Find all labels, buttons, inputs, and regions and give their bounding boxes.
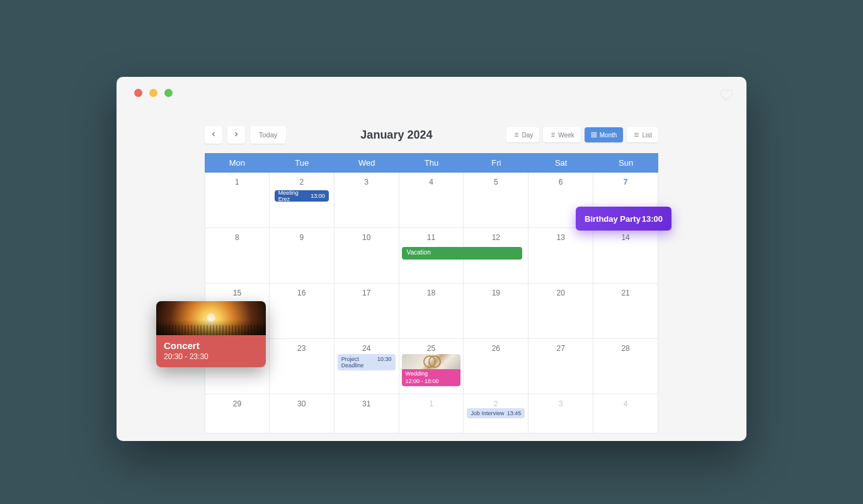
day-number: 8 xyxy=(205,228,269,242)
day-number: 24 xyxy=(334,339,399,353)
day-number: 7 xyxy=(593,173,658,186)
day-cell[interactable]: 5 xyxy=(464,173,529,228)
day-number: 20 xyxy=(529,284,593,297)
day-cell[interactable]: 1 xyxy=(399,394,464,433)
event-time: 10:30 xyxy=(377,356,392,369)
day-cell[interactable]: 10 xyxy=(334,228,399,284)
day-cell[interactable]: 19 xyxy=(464,284,529,339)
prev-month-button[interactable] xyxy=(205,126,222,144)
day-cell[interactable]: 25 Wedding 12:00 - 18:00 xyxy=(399,339,464,394)
svg-rect-8 xyxy=(592,135,593,137)
event-time: 13:45 xyxy=(507,410,522,416)
day-number: 2 xyxy=(270,173,334,186)
day-number: 25 xyxy=(399,339,464,353)
day-cell[interactable]: 26 xyxy=(464,339,529,394)
day-cell[interactable]: 16 xyxy=(270,284,334,339)
day-cell[interactable]: 29 xyxy=(205,394,270,433)
day-number: 28 xyxy=(593,339,658,353)
wedding-image xyxy=(402,354,461,369)
concert-body: Concert 20:30 - 23:30 xyxy=(156,335,266,367)
day-cell[interactable]: 18 xyxy=(399,284,464,339)
day-number: 5 xyxy=(464,173,528,186)
day-number: 11 xyxy=(399,228,464,242)
day-cell[interactable]: 3 xyxy=(334,173,399,228)
event-title: Meeting Erez xyxy=(278,190,311,202)
day-number: 29 xyxy=(205,394,269,408)
day-number: 12 xyxy=(464,228,528,242)
day-cell[interactable]: 28 xyxy=(593,339,658,394)
dow-tue: Tue xyxy=(270,153,334,173)
event-title: Wedding xyxy=(406,370,457,378)
day-number: 31 xyxy=(334,394,399,408)
view-day-label: Day xyxy=(522,132,533,139)
view-day-button[interactable]: Day xyxy=(506,127,539,142)
dow-sun: Sun xyxy=(593,153,658,173)
day-cell[interactable]: 14 xyxy=(593,228,658,284)
svg-rect-7 xyxy=(594,132,596,134)
event-wedding[interactable]: Wedding 12:00 - 18:00 xyxy=(402,369,461,386)
svg-rect-9 xyxy=(594,135,596,137)
day-cell[interactable]: 17 xyxy=(334,284,399,339)
day-number: 3 xyxy=(334,173,399,186)
view-list-label: List xyxy=(642,132,652,139)
event-title: Concert xyxy=(164,340,258,351)
day-cell[interactable]: 9 xyxy=(270,228,334,284)
dow-thu: Thu xyxy=(399,153,464,173)
minimize-icon[interactable] xyxy=(149,89,157,97)
event-meeting[interactable]: Meeting Erez 13:00 xyxy=(275,190,329,202)
next-month-button[interactable] xyxy=(227,126,245,144)
day-cell[interactable]: 13 xyxy=(529,228,593,284)
dow-sat: Sat xyxy=(529,153,593,173)
view-list-button[interactable]: List xyxy=(627,127,658,142)
day-cell[interactable]: 11 Vacation xyxy=(399,228,464,284)
day-cell[interactable]: 30 xyxy=(270,394,334,433)
event-birthday[interactable]: Birthday Party 13:00 xyxy=(576,207,672,231)
day-number: 27 xyxy=(529,339,593,353)
view-week-label: Week xyxy=(558,132,574,139)
day-number: 1 xyxy=(399,394,464,408)
view-month-button[interactable]: Month xyxy=(585,127,624,142)
today-button[interactable]: Today xyxy=(250,126,286,144)
day-number: 17 xyxy=(334,284,399,297)
calendar-toolbar: Today January 2024 Day Week Month List xyxy=(205,124,658,146)
event-vacation[interactable]: Vacation xyxy=(402,247,523,260)
day-number: 21 xyxy=(593,284,658,297)
day-cell[interactable]: 8 xyxy=(205,228,270,284)
day-cell[interactable]: 27 xyxy=(529,339,593,394)
heart-icon xyxy=(719,88,733,105)
grid-icon xyxy=(591,132,597,138)
close-icon[interactable] xyxy=(134,89,142,97)
event-title: Birthday Party xyxy=(585,214,641,224)
event-title: Job Interview xyxy=(471,410,504,416)
day-cell[interactable]: 20 xyxy=(529,284,593,339)
list-icon xyxy=(633,132,639,138)
event-title: Vacation xyxy=(407,249,431,256)
calendar-title: January 2024 xyxy=(360,129,432,142)
view-week-button[interactable]: Week xyxy=(543,127,580,142)
day-cell[interactable]: 31 xyxy=(334,394,399,433)
day-cell[interactable]: 3 xyxy=(529,394,593,433)
dow-fri: Fri xyxy=(464,153,529,173)
day-number: 3 xyxy=(529,394,593,408)
maximize-icon[interactable] xyxy=(164,89,173,97)
day-number: 9 xyxy=(270,228,334,242)
day-cell[interactable]: 21 xyxy=(593,284,658,339)
event-concert-card[interactable]: Concert 20:30 - 23:30 xyxy=(156,301,266,367)
day-cell[interactable]: 4 xyxy=(593,394,658,433)
svg-rect-6 xyxy=(592,132,593,134)
day-cell[interactable]: 24 Project Deadline 10:30 xyxy=(334,339,399,394)
dow-wed: Wed xyxy=(334,153,399,173)
event-job-interview[interactable]: Job Interview 13:45 xyxy=(467,408,525,418)
day-cell[interactable]: 2 Meeting Erez 13:00 xyxy=(270,173,334,228)
chevron-right-icon xyxy=(232,130,240,140)
list-icon xyxy=(549,132,556,138)
day-cell[interactable]: 1 xyxy=(205,173,270,228)
dow-mon: Mon xyxy=(205,153,270,173)
day-cell[interactable]: 2 Job Interview 13:45 xyxy=(464,394,529,433)
day-cell[interactable]: 4 xyxy=(399,173,464,228)
event-time: 12:00 - 18:00 xyxy=(406,378,457,386)
event-deadline[interactable]: Project Deadline 10:30 xyxy=(338,354,396,370)
day-cell[interactable]: 23 xyxy=(270,339,334,394)
day-headers: Mon Tue Wed Thu Fri Sat Sun xyxy=(205,153,658,173)
day-number: 2 xyxy=(464,394,528,408)
